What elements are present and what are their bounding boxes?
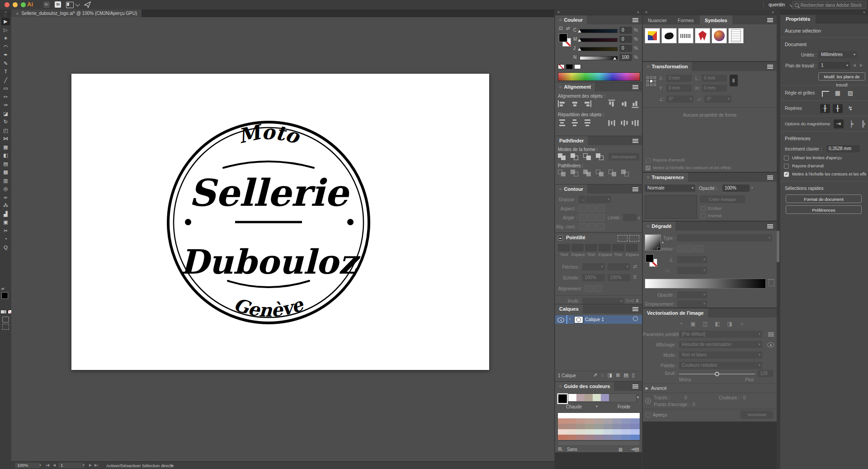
preset-menu-icon[interactable] bbox=[768, 332, 774, 333]
gradient-angle-dropdown[interactable] bbox=[677, 256, 707, 263]
preset-dropdown[interactable]: [Par défaut] bbox=[679, 331, 762, 338]
channel-slider-M[interactable] bbox=[580, 38, 618, 42]
variation-swatch[interactable] bbox=[622, 429, 631, 435]
flip-across-icon[interactable]: ⧗ bbox=[636, 298, 639, 303]
channel-slider-N[interactable] bbox=[580, 56, 618, 60]
variation-swatch[interactable] bbox=[631, 435, 640, 440]
variation-swatch[interactable] bbox=[585, 435, 594, 440]
advanced-expander-icon[interactable]: ▶ bbox=[646, 386, 648, 390]
variation-swatch[interactable] bbox=[558, 418, 567, 424]
cap-round-icon[interactable] bbox=[588, 205, 596, 212]
swap-fill-stroke-icon[interactable]: ⇄ bbox=[1, 287, 5, 291]
delete-stop-icon[interactable] bbox=[769, 280, 774, 286]
link-scale-icon[interactable]: ⧖ bbox=[633, 274, 637, 280]
tab-vectorisation[interactable]: Vectorisation de l'image bbox=[643, 308, 708, 317]
variation-swatch[interactable] bbox=[622, 413, 631, 418]
panel-menu-icon[interactable] bbox=[632, 139, 638, 140]
panel-menu-icon[interactable] bbox=[767, 65, 773, 66]
panel-menu-icon[interactable] bbox=[632, 18, 638, 19]
panel-menu-icon[interactable] bbox=[632, 85, 638, 86]
shape-builder-tool[interactable]: ◧ bbox=[1, 152, 10, 159]
miter-limit-field[interactable] bbox=[623, 214, 637, 221]
status-menu-icon[interactable]: ▶ bbox=[170, 463, 173, 467]
layer-row[interactable]: › Calque 1 bbox=[555, 315, 642, 324]
variation-chevron-icon[interactable]: ▾ bbox=[596, 404, 598, 408]
variation-swatch[interactable] bbox=[613, 418, 622, 424]
close-tab-icon[interactable]: × bbox=[16, 11, 19, 16]
harmony-chevron-icon[interactable]: ▾ bbox=[637, 395, 639, 399]
gradient-presets-chevron[interactable]: ▾ bbox=[662, 241, 664, 245]
tab-transparence[interactable]: ◇Transparence bbox=[643, 173, 688, 182]
distribute-left-icon[interactable] bbox=[609, 119, 615, 127]
fill-color-swatch[interactable] bbox=[1, 292, 8, 299]
paintbrush-tool[interactable]: ✏ bbox=[1, 93, 10, 101]
none-swatch[interactable] bbox=[558, 64, 565, 69]
harmony-swatch[interactable] bbox=[585, 394, 593, 401]
smart-guides-icon[interactable]: ↯ bbox=[845, 104, 855, 113]
expand-panel-icon[interactable]: » bbox=[863, 9, 865, 15]
screen-mode-icon[interactable] bbox=[2, 324, 9, 330]
variation-swatch[interactable] bbox=[613, 429, 622, 435]
variation-swatch[interactable] bbox=[604, 435, 613, 440]
show-transparency-grid-icon[interactable]: ▨ bbox=[845, 89, 855, 98]
symbol-sprayer-tool[interactable]: ⁂ bbox=[1, 202, 10, 209]
lasso-tool[interactable]: ◠ bbox=[1, 43, 10, 51]
align-dashes-icon[interactable] bbox=[629, 235, 639, 242]
rotate-dropdown[interactable]: 0° bbox=[666, 95, 693, 103]
harmony-swatch[interactable] bbox=[568, 394, 576, 401]
grunge-symbol[interactable] bbox=[678, 28, 693, 43]
variation-swatch[interactable] bbox=[567, 429, 576, 435]
column-graph-tool[interactable]: ▟ bbox=[1, 210, 10, 218]
free-transform-tool[interactable]: ▦ bbox=[1, 143, 10, 151]
rectangle-tool[interactable]: ▭ bbox=[1, 85, 10, 92]
make-clipping-mask-icon[interactable]: ◨ bbox=[608, 372, 612, 378]
tab-transformation[interactable]: ◇Transformation bbox=[643, 62, 692, 71]
show-guides-icon[interactable]: ╂ bbox=[820, 104, 830, 113]
first-artboard-icon[interactable]: |◀ bbox=[46, 463, 49, 467]
layer-visibility-icon[interactable] bbox=[557, 317, 564, 322]
layer-target-icon[interactable] bbox=[633, 316, 638, 321]
direct-selection-tool[interactable]: ▷ bbox=[1, 26, 10, 34]
show-grid-icon[interactable]: ▦ bbox=[833, 89, 843, 98]
align-left-icon[interactable] bbox=[558, 100, 566, 107]
arrow-align-tip-icon[interactable] bbox=[585, 285, 593, 292]
variation-swatch[interactable] bbox=[604, 413, 613, 418]
pen-tool[interactable]: ✒ bbox=[1, 51, 10, 59]
artboard-tool[interactable]: ▣ bbox=[1, 218, 10, 226]
variation-swatch[interactable] bbox=[576, 413, 585, 418]
share-icon[interactable] bbox=[84, 1, 91, 8]
zoom-chevron-icon[interactable]: ▾ bbox=[39, 463, 41, 467]
panel-menu-icon[interactable] bbox=[767, 224, 773, 225]
stock-icon[interactable]: St bbox=[55, 1, 61, 8]
align-center-stroke-icon[interactable] bbox=[579, 223, 587, 230]
artboard-chevron-icon[interactable]: ▾ bbox=[83, 463, 85, 467]
trace-button[interactable]: Vectoriser bbox=[741, 411, 773, 419]
dashed-line-checkbox[interactable] bbox=[558, 236, 563, 241]
unite-icon[interactable] bbox=[558, 153, 566, 160]
collapse-panels-icon[interactable]: « bbox=[772, 9, 774, 15]
stroke-within-icon[interactable] bbox=[677, 245, 685, 252]
new-sublayer-icon[interactable]: ⊞ bbox=[616, 372, 620, 378]
gradient-slider[interactable] bbox=[645, 279, 766, 289]
low-color-icon[interactable]: ◫ bbox=[702, 320, 709, 327]
variation-swatch[interactable] bbox=[576, 429, 585, 435]
next-artboard-icon[interactable]: ▶ bbox=[89, 463, 92, 467]
variation-swatch[interactable] bbox=[613, 435, 622, 440]
variation-swatch[interactable] bbox=[576, 435, 585, 440]
make-mask-button[interactable]: Créer masque bbox=[700, 195, 745, 203]
sphere-symbol[interactable] bbox=[712, 28, 727, 43]
color-button[interactable] bbox=[1, 310, 4, 313]
variation-swatch[interactable] bbox=[594, 435, 603, 440]
expand-button[interactable]: Décomposer bbox=[609, 153, 639, 161]
slider-thumb[interactable] bbox=[578, 48, 581, 51]
flip-along-icon[interactable]: ▷◁ bbox=[627, 298, 633, 303]
trim-icon[interactable] bbox=[571, 170, 578, 176]
snap-to-point-icon[interactable]: ⇥ bbox=[834, 119, 844, 128]
dash-field[interactable] bbox=[585, 244, 597, 251]
slider-thumb[interactable] bbox=[613, 57, 617, 60]
dash-field[interactable] bbox=[599, 244, 611, 251]
document-tab[interactable]: × Sellerie_dubouloz_logo.ai* @ 100% (CMJ… bbox=[11, 9, 142, 17]
arrow-end-dropdown[interactable] bbox=[608, 263, 630, 270]
color-type-buttons[interactable] bbox=[1, 310, 11, 313]
opacity-stepper-icon[interactable]: › bbox=[751, 185, 753, 190]
